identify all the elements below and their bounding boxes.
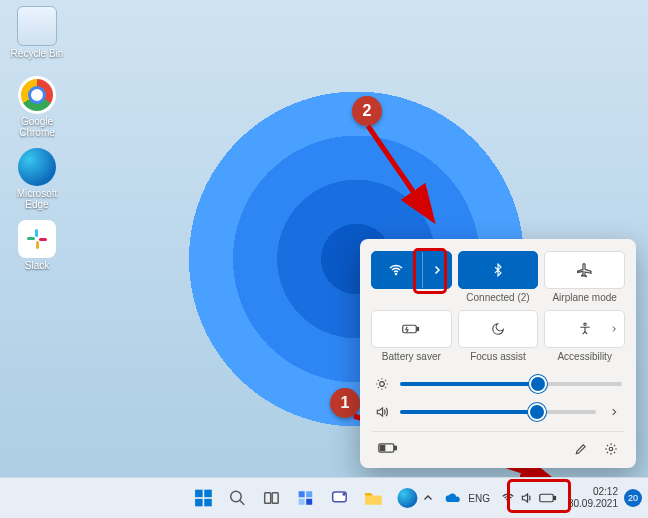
widgets-icon <box>296 489 314 507</box>
svg-rect-24 <box>299 499 305 505</box>
desktop-icon-slack[interactable]: Slack <box>8 220 66 271</box>
airplane-mode-tile[interactable] <box>544 251 625 289</box>
wifi-toggle[interactable] <box>372 252 420 288</box>
search-button[interactable] <box>223 484 251 512</box>
accessibility-icon <box>578 322 592 336</box>
recycle-bin-icon <box>17 6 57 46</box>
tray-language[interactable]: ENG <box>468 493 490 504</box>
edge-icon <box>18 148 56 186</box>
search-icon <box>228 489 246 507</box>
settings-button[interactable] <box>600 438 622 460</box>
explorer-button[interactable] <box>359 484 387 512</box>
clock-date: 30.09.2021 <box>568 498 618 510</box>
annotation-arrow-2 <box>360 120 450 230</box>
slack-icon <box>18 220 56 258</box>
edge-icon <box>397 488 417 508</box>
tray-overflow-button[interactable] <box>418 484 438 512</box>
battery-saver-icon <box>402 322 420 336</box>
airplane-icon <box>577 262 593 278</box>
wifi-expand-button[interactable] <box>422 252 451 288</box>
svg-rect-16 <box>204 490 212 498</box>
wifi-icon <box>501 491 515 505</box>
annotation-bubble-2: 2 <box>352 96 382 126</box>
folder-icon <box>363 489 383 507</box>
chevron-right-icon <box>610 325 618 333</box>
svg-point-28 <box>507 501 508 502</box>
brightness-icon <box>374 377 390 391</box>
desktop: Recycle Bin Google Chrome Microsoft Edge… <box>0 0 648 518</box>
battery-saver-label: Battery saver <box>382 351 441 363</box>
tray-network-volume-battery[interactable] <box>496 488 562 508</box>
wifi-icon <box>388 262 404 278</box>
task-view-button[interactable] <box>257 484 285 512</box>
chrome-icon <box>18 76 56 114</box>
windows-icon <box>193 488 213 508</box>
bluetooth-icon <box>491 263 505 277</box>
accessibility-tile[interactable] <box>544 310 625 348</box>
svg-point-6 <box>395 273 396 274</box>
chevron-up-icon <box>422 492 434 504</box>
annotation-bubble-1: 1 <box>330 388 360 418</box>
svg-point-14 <box>609 447 613 451</box>
panel-footer <box>372 431 624 462</box>
chat-button[interactable] <box>325 484 353 512</box>
desktop-icon-label: Recycle Bin <box>8 48 66 59</box>
desktop-icon-edge[interactable]: Microsoft Edge <box>8 148 66 210</box>
svg-rect-13 <box>381 446 385 451</box>
quick-settings-grid: Connected (2) Airplane mode Battery save… <box>372 251 624 363</box>
focus-assist-tile[interactable] <box>458 310 539 348</box>
svg-rect-7 <box>403 325 417 333</box>
clock-time: 02:12 <box>568 486 618 498</box>
svg-rect-25 <box>306 499 312 505</box>
tray-clock[interactable]: 02:12 30.09.2021 <box>568 486 618 510</box>
svg-rect-21 <box>272 493 278 504</box>
svg-point-27 <box>342 493 345 496</box>
svg-rect-1 <box>27 237 35 240</box>
brightness-slider[interactable] <box>374 377 622 391</box>
taskbar-center <box>189 484 421 512</box>
widgets-button[interactable] <box>291 484 319 512</box>
svg-rect-29 <box>540 494 554 502</box>
edit-quick-settings-button[interactable] <box>570 438 592 460</box>
svg-rect-0 <box>35 229 38 237</box>
desktop-icon-label: Google Chrome <box>8 116 66 138</box>
volume-icon <box>520 491 534 505</box>
tray-onedrive[interactable] <box>444 484 462 512</box>
battery-icon <box>539 492 557 504</box>
battery-saver-tile[interactable] <box>371 310 452 348</box>
notification-center-button[interactable]: 20 <box>624 489 642 507</box>
svg-rect-23 <box>306 491 312 497</box>
volume-icon <box>374 405 390 419</box>
quick-settings-panel: Connected (2) Airplane mode Battery save… <box>360 239 636 468</box>
pencil-icon <box>574 442 588 456</box>
edge-taskbar-button[interactable] <box>393 484 421 512</box>
wifi-tile[interactable] <box>371 251 452 289</box>
airplane-label: Airplane mode <box>552 292 616 304</box>
task-view-icon <box>262 489 280 507</box>
svg-rect-12 <box>395 446 397 449</box>
svg-rect-15 <box>195 490 203 498</box>
svg-rect-8 <box>417 328 419 331</box>
volume-expand-button[interactable] <box>606 407 622 417</box>
svg-rect-2 <box>36 241 39 249</box>
battery-icon <box>378 442 398 454</box>
svg-rect-3 <box>39 238 47 241</box>
start-button[interactable] <box>189 484 217 512</box>
svg-rect-20 <box>265 493 271 504</box>
battery-status[interactable] <box>374 438 402 460</box>
bluetooth-tile[interactable] <box>458 251 539 289</box>
desktop-icon-label: Slack <box>8 260 66 271</box>
svg-rect-22 <box>299 491 305 497</box>
svg-rect-17 <box>195 499 203 507</box>
volume-slider[interactable] <box>374 405 622 419</box>
svg-line-4 <box>368 126 430 216</box>
gear-icon <box>604 442 618 456</box>
accessibility-label: Accessibility <box>557 351 611 363</box>
desktop-icon-chrome[interactable]: Google Chrome <box>8 76 66 138</box>
taskbar: ENG 02:12 30.09.2021 20 <box>0 477 648 518</box>
system-tray: ENG 02:12 30.09.2021 20 <box>418 484 642 512</box>
chevron-right-icon <box>431 264 443 276</box>
focus-assist-label: Focus assist <box>470 351 526 363</box>
desktop-icon-recycle-bin[interactable]: Recycle Bin <box>8 6 66 59</box>
svg-point-19 <box>231 491 242 502</box>
